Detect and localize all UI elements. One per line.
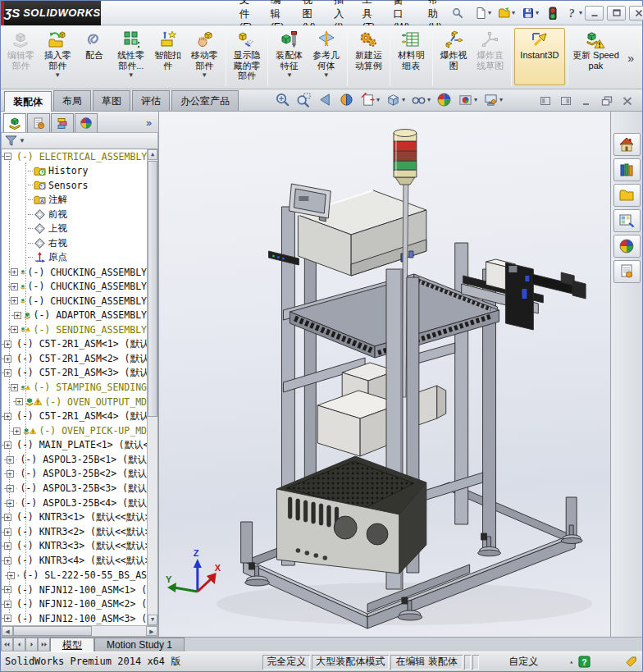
- tree-expander[interactable]: +: [4, 557, 11, 565]
- view-palette-button[interactable]: [613, 209, 641, 232]
- tab-nav-button-3[interactable]: ⏵⏵: [38, 638, 50, 651]
- tree-item[interactable]: +(-) CHUCKING_ASSEMBLY: [2, 279, 147, 294]
- rebuild-button[interactable]: [543, 5, 561, 21]
- new-document-button[interactable]: ▾: [472, 5, 494, 21]
- view-orientation-button[interactable]: ▾: [358, 91, 381, 108]
- tree-item[interactable]: +(-) KNTR3<1> (默认<<默认>: [2, 510, 147, 525]
- tree-expander[interactable]: +: [16, 398, 23, 405]
- ribbon-button-[interactable]: 插入零部件▼: [39, 28, 76, 85]
- ribbon-button-instant3d[interactable]: Instant3D: [514, 28, 565, 85]
- tree-item[interactable]: +(-) C5T-2R1_ASM<3> (默认: [2, 366, 147, 381]
- tab-装配体[interactable]: 装配体: [4, 91, 52, 112]
- featuremanager-tab[interactable]: [3, 113, 26, 132]
- tree-item[interactable]: +(-) KNTR3<3> (默认<<默认>: [2, 539, 147, 554]
- tree-item[interactable]: +(-) ASPOL3-25B<2> (默认: [2, 467, 147, 482]
- tree-item[interactable]: +(-) NFJN12-100_ASM<1> (: [2, 583, 147, 597]
- tree-item[interactable]: +(-) C5T-2R1_ASM<4> (默认: [2, 409, 147, 424]
- tree-item[interactable]: +(-) C5T-2R1_ASM<2> (默认: [2, 351, 147, 366]
- tree-item[interactable]: +(-) C5T-2R1_ASM<1> (默认: [2, 337, 147, 352]
- tree-item[interactable]: +(-) SL-222-50-55_BS_AS: [2, 568, 147, 583]
- tree-expander[interactable]: +: [11, 384, 18, 391]
- minimize-button[interactable]: [585, 6, 604, 21]
- ribbon-dropdown-arrow[interactable]: ▼: [323, 71, 330, 79]
- tree-expander[interactable]: +: [7, 572, 15, 579]
- tree-item[interactable]: 原点: [2, 250, 147, 265]
- tab-nav-button-0[interactable]: ⏴⏴: [1, 638, 13, 651]
- tree-item[interactable]: +(-) CHUCKING_ASSEMBLY: [2, 265, 147, 280]
- ribbon-button-[interactable]: 材料明细表: [393, 28, 430, 85]
- panel-overflow-chevron[interactable]: »: [146, 117, 158, 132]
- tree-item[interactable]: +(-) STAMPING_SENDING: [2, 381, 147, 395]
- tree-expander[interactable]: +: [4, 601, 11, 608]
- ribbon-button-[interactable]: 爆炸视图: [436, 28, 472, 85]
- ribbon-dropdown-arrow[interactable]: ▼: [201, 71, 207, 79]
- tree-expander[interactable]: +: [7, 470, 14, 478]
- maximize-button[interactable]: [607, 6, 626, 21]
- tab-办公室产品[interactable]: 办公室产品: [171, 90, 239, 111]
- scrollbar-thumb[interactable]: [13, 626, 92, 636]
- status-tag-icon[interactable]: [625, 656, 637, 668]
- tree-horizontal-scrollbar[interactable]: ◀ ▶: [1, 625, 158, 637]
- propertymanager-tab[interactable]: [27, 113, 50, 132]
- ribbon-dropdown-arrow[interactable]: ▼: [128, 71, 135, 79]
- tree-expander[interactable]: +: [4, 441, 11, 449]
- filter-dropdown-arrow[interactable]: ▼: [19, 137, 25, 144]
- zoom-to-area-button[interactable]: [294, 91, 313, 108]
- scrollbar-thumb[interactable]: [148, 161, 157, 417]
- configurationmanager-tab[interactable]: [51, 113, 74, 132]
- solidworks-resources-button[interactable]: [613, 133, 641, 156]
- tree-expander[interactable]: +: [7, 500, 14, 507]
- scroll-right-button[interactable]: ▶: [146, 626, 157, 636]
- tree-item[interactable]: 上视: [2, 222, 147, 236]
- save-button[interactable]: ▾: [519, 5, 541, 21]
- ribbon-dropdown-arrow[interactable]: ▼: [286, 71, 293, 79]
- ribbon-button-[interactable]: 装配体特征▼: [271, 28, 308, 85]
- scroll-left-button[interactable]: ◀: [2, 626, 13, 636]
- open-button[interactable]: ▾: [495, 5, 518, 21]
- tree-item[interactable]: 右视: [2, 236, 147, 251]
- tree-item[interactable]: +(-) MAIN_PLATE<1> (默认<<: [2, 438, 147, 453]
- ribbon-button-[interactable]: 参考几何体▼: [308, 28, 344, 85]
- tree-expander[interactable]: +: [4, 514, 11, 521]
- tab-nav-button-1[interactable]: ⏴: [13, 638, 25, 651]
- ribbon-button-[interactable]: 新建运动算例: [350, 28, 387, 85]
- tree-item[interactable]: +(-) KNTR3<2> (默认<<默认>: [2, 524, 147, 539]
- close-button[interactable]: [629, 6, 643, 21]
- doc-restore-button[interactable]: [599, 94, 615, 107]
- hide-show-items-button[interactable]: ▾: [409, 91, 432, 108]
- tree-expander[interactable]: +: [14, 312, 21, 319]
- search-icon[interactable]: [451, 7, 463, 19]
- appearances-scenes-button[interactable]: [613, 235, 641, 258]
- tree-expander[interactable]: +: [11, 326, 18, 333]
- display-style-dropdown-arrow[interactable]: ▾: [402, 96, 405, 103]
- tree-item[interactable]: 前视: [2, 207, 147, 222]
- file-explorer-button[interactable]: [613, 184, 641, 207]
- status-help-icon[interactable]: [578, 656, 591, 668]
- tree-expander[interactable]: +: [7, 456, 14, 464]
- displaymanager-tab[interactable]: [75, 113, 98, 132]
- tree-item[interactable]: History: [2, 164, 147, 179]
- status-custom-arrow[interactable]: ▴: [569, 658, 573, 665]
- custom-properties-button[interactable]: [613, 260, 641, 283]
- tab-草图[interactable]: 草图: [93, 90, 130, 111]
- hide-show-items-dropdown-arrow[interactable]: ▾: [427, 96, 431, 103]
- tree-item[interactable]: +(-) NFJN12-100_ASM<3> (: [2, 611, 147, 625]
- graphics-viewport[interactable]: Z Y X: [159, 112, 610, 637]
- tree-vertical-scrollbar[interactable]: ▲ ▼: [147, 149, 157, 625]
- tree-item[interactable]: 注解: [2, 193, 147, 208]
- previous-view-button[interactable]: [316, 91, 335, 108]
- view-orientation-dropdown-arrow[interactable]: ▾: [376, 96, 380, 103]
- tree-item[interactable]: +(-) SENDING_ASSEMBLY: [2, 322, 147, 337]
- display-style-button[interactable]: ▾: [384, 91, 407, 108]
- ribbon-button-speedpak[interactable]: 更新 Speedpak: [571, 28, 622, 85]
- status-custom[interactable]: 自定义: [481, 655, 566, 670]
- tree-filter-bar[interactable]: ▼: [1, 132, 158, 149]
- open-dropdown-arrow[interactable]: ▾: [512, 9, 515, 16]
- tree-item[interactable]: +(-) ASPOL3-25B<1> (默认: [2, 452, 147, 467]
- apply-scene-button[interactable]: ▾: [456, 91, 479, 108]
- tree-expander[interactable]: +: [7, 485, 14, 492]
- tree-expander[interactable]: −: [4, 153, 11, 160]
- tab-布局[interactable]: 布局: [53, 90, 91, 111]
- tab-nav-button-2[interactable]: ⏵: [25, 638, 38, 651]
- tab-评估[interactable]: 评估: [132, 90, 170, 111]
